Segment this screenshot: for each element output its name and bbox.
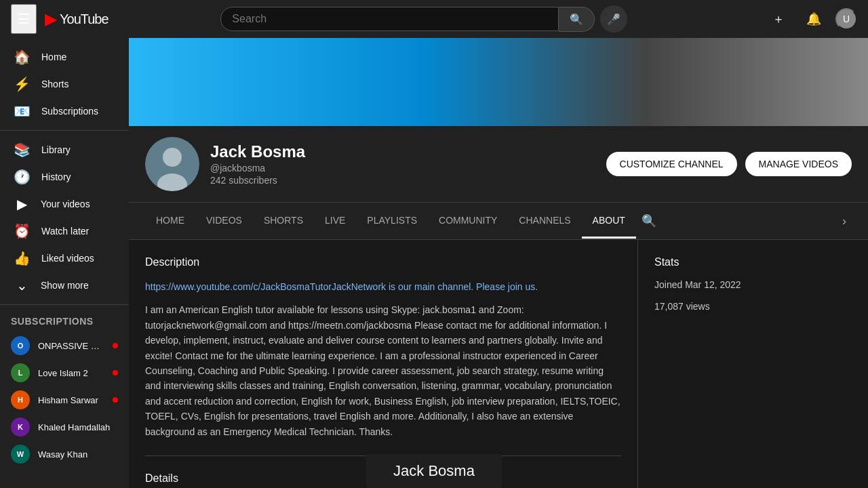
shorts-icon: ⚡ bbox=[14, 76, 31, 92]
content-area: Description https://www.youtube.com/c/Ja… bbox=[129, 240, 868, 488]
sidebar-item-your-videos[interactable]: ▶ Your videos bbox=[3, 190, 126, 218]
sidebar-item-history[interactable]: 🕐 History bbox=[3, 163, 126, 190]
sidebar-item-label: Your videos bbox=[41, 199, 90, 209]
main-content: Jack Bosma @jackbosma 242 subscribers CU… bbox=[129, 38, 868, 488]
sidebar-item-subscriptions[interactable]: 📧 Subscriptions bbox=[3, 98, 126, 125]
sidebar-divider-2 bbox=[0, 304, 129, 305]
mic-button[interactable]: 🎤 bbox=[600, 5, 627, 33]
tab-community[interactable]: COMMUNITY bbox=[428, 204, 508, 239]
stats-title: Stats bbox=[654, 256, 852, 268]
chevron-down-icon: ⌄ bbox=[14, 277, 30, 293]
about-stats: Stats Joined Mar 12, 2022 17,087 views bbox=[637, 240, 868, 488]
sidebar-item-home[interactable]: 🏠 Home bbox=[3, 43, 126, 70]
channel-name: Jack Bosma bbox=[210, 142, 595, 161]
sub-item-love-islam[interactable]: L Love Islam 2 bbox=[0, 359, 129, 386]
sidebar-item-label: History bbox=[41, 171, 71, 182]
total-views: 17,087 views bbox=[654, 301, 852, 312]
svg-point-1 bbox=[163, 148, 182, 167]
topbar: ☰ ▶ YouTube 🔍 🎤 ＋ 🔔 U bbox=[0, 0, 868, 38]
nav-chevron-right-icon[interactable]: › bbox=[837, 203, 852, 239]
sub-item-khaled[interactable]: K Khaled Hamdallah bbox=[0, 413, 129, 441]
channel-avatar bbox=[145, 137, 199, 191]
tab-channels[interactable]: CHANNELS bbox=[508, 204, 581, 239]
sidebar-item-label: Liked videos bbox=[41, 253, 94, 264]
description-link-text: https://www.youtube.com/c/JackBosmaTutor… bbox=[145, 279, 621, 294]
sub-avatar: H bbox=[11, 390, 30, 409]
mic-icon: 🎤 bbox=[607, 13, 620, 26]
about-main: Description https://www.youtube.com/c/Ja… bbox=[129, 240, 637, 488]
notifications-button[interactable]: 🔔 bbox=[800, 5, 827, 33]
sidebar-item-label: Home bbox=[41, 52, 66, 62]
sidebar-item-watch-later[interactable]: ⏰ Watch later bbox=[3, 218, 126, 245]
sidebar-item-label: Library bbox=[41, 144, 71, 155]
youtube-logo[interactable]: ▶ YouTube bbox=[45, 9, 108, 28]
topbar-left: ☰ ▶ YouTube bbox=[11, 4, 146, 34]
live-indicator bbox=[113, 343, 118, 348]
sidebar-item-shorts[interactable]: ⚡ Shorts bbox=[3, 70, 126, 98]
sidebar-item-library[interactable]: 📚 Library bbox=[3, 136, 126, 163]
menu-button[interactable]: ☰ bbox=[11, 4, 37, 34]
channel-header: Jack Bosma @jackbosma 242 subscribers CU… bbox=[129, 126, 868, 203]
tab-videos[interactable]: VIDEOS bbox=[195, 204, 253, 239]
library-icon: 📚 bbox=[14, 142, 31, 158]
tab-shorts[interactable]: SHORTS bbox=[253, 204, 314, 239]
channel-actions: CUSTOMIZE CHANNEL MANAGE VIDEOS bbox=[606, 152, 852, 176]
create-button[interactable]: ＋ bbox=[765, 5, 792, 33]
joined-date: Joined Mar 12, 2022 bbox=[654, 279, 852, 290]
channel-name-bar: Jack Bosma bbox=[366, 454, 502, 488]
tab-about[interactable]: ABOUT bbox=[582, 204, 636, 239]
subscriptions-section-title: SUBSCRIPTIONS bbox=[0, 310, 129, 332]
sidebar-item-liked-videos[interactable]: 👍 Liked videos bbox=[3, 245, 126, 272]
user-avatar: U bbox=[843, 14, 850, 24]
channel-nav: HOME VIDEOS SHORTS LIVE PLAYLISTS COMMUN… bbox=[129, 203, 868, 240]
your-videos-icon: ▶ bbox=[14, 196, 30, 212]
sub-label: Wasay Khan bbox=[38, 449, 118, 460]
channel-handle: @jackbosma bbox=[210, 163, 595, 174]
youtube-text: YouTube bbox=[60, 12, 108, 27]
sidebar-item-show-more[interactable]: ⌄ Show more bbox=[3, 272, 126, 299]
sub-label: ONPASSIVE 369 G... bbox=[38, 341, 102, 351]
banner-image bbox=[129, 38, 868, 126]
create-icon: ＋ bbox=[772, 11, 785, 27]
channel-banner bbox=[129, 38, 868, 126]
description-title: Description bbox=[145, 256, 621, 268]
sub-avatar: L bbox=[11, 363, 30, 382]
channel-link[interactable]: https://www.youtube.com/c/JackBosmaTutor… bbox=[145, 281, 538, 292]
home-icon: 🏠 bbox=[14, 49, 31, 65]
search-icon: 🔍 bbox=[570, 14, 583, 25]
live-indicator bbox=[113, 370, 118, 375]
sub-label: Love Islam 2 bbox=[38, 368, 102, 378]
sub-item-wasay[interactable]: W Wasay Khan bbox=[0, 441, 129, 468]
liked-icon: 👍 bbox=[14, 250, 31, 266]
manage-videos-button[interactable]: MANAGE VIDEOS bbox=[745, 152, 852, 176]
watch-later-icon: ⏰ bbox=[14, 223, 31, 239]
search-bar: 🔍 🎤 bbox=[220, 5, 627, 33]
customize-channel-button[interactable]: CUSTOMIZE CHANNEL bbox=[606, 152, 737, 176]
sub-avatar: O bbox=[11, 336, 30, 355]
channel-subscribers: 242 subscribers bbox=[210, 175, 595, 186]
notification-icon: 🔔 bbox=[806, 12, 821, 26]
sub-avatar: W bbox=[11, 445, 30, 464]
sub-avatar: K bbox=[11, 418, 30, 436]
subscriptions-icon: 📧 bbox=[14, 103, 31, 119]
user-avatar-button[interactable]: U bbox=[835, 8, 857, 30]
topbar-right: ＋ 🔔 U bbox=[765, 5, 857, 33]
sidebar-item-label: Watch later bbox=[41, 226, 89, 237]
search-input[interactable] bbox=[221, 7, 558, 30]
sub-item-hisham[interactable]: H Hisham Sarwar bbox=[0, 386, 129, 413]
tab-live[interactable]: LIVE bbox=[314, 204, 356, 239]
description-body: I am an American English tutor available… bbox=[145, 302, 621, 439]
channel-info: Jack Bosma @jackbosma 242 subscribers bbox=[210, 142, 595, 186]
sub-label: Khaled Hamdallah bbox=[38, 422, 118, 432]
sub-item-onpassive[interactable]: O ONPASSIVE 369 G... bbox=[0, 332, 129, 359]
search-button[interactable]: 🔍 bbox=[559, 7, 595, 32]
nav-search-icon[interactable]: 🔍 bbox=[636, 203, 662, 239]
sidebar-item-label: Show more bbox=[41, 280, 89, 291]
tab-playlists[interactable]: PLAYLISTS bbox=[356, 204, 428, 239]
sidebar-item-label: Subscriptions bbox=[41, 106, 98, 117]
live-indicator bbox=[113, 397, 118, 403]
sidebar: 🏠 Home ⚡ Shorts 📧 Subscriptions 📚 Librar… bbox=[0, 38, 129, 488]
tab-home[interactable]: HOME bbox=[145, 204, 195, 239]
search-input-wrap bbox=[220, 7, 559, 31]
sidebar-item-label: Shorts bbox=[41, 79, 68, 89]
